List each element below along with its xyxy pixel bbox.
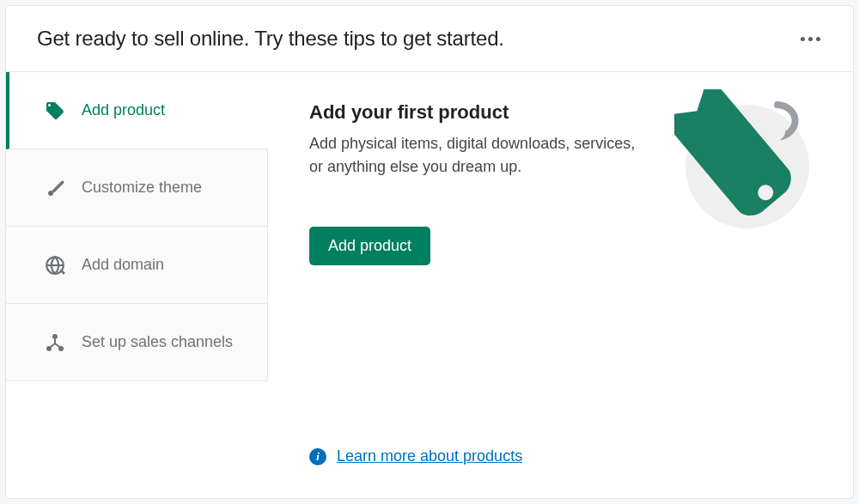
sidebar-item-add-product[interactable]: Add product <box>6 72 268 149</box>
svg-point-1 <box>52 334 58 339</box>
sidebar-item-label: Add product <box>82 100 165 120</box>
onboarding-card: Get ready to sell online. Try these tips… <box>5 5 854 499</box>
card-body: Add product Customize theme <box>6 72 853 491</box>
sidebar-item-customize-theme[interactable]: Customize theme <box>6 149 268 227</box>
more-menu-button[interactable] <box>794 30 827 48</box>
add-product-button[interactable]: Add product <box>309 227 430 265</box>
info-icon <box>309 448 326 465</box>
step-content: Add your first product Add physical item… <box>268 72 853 491</box>
card-header: Get ready to sell online. Try these tips… <box>6 6 853 72</box>
dots-icon <box>808 37 813 41</box>
channels-icon <box>44 331 66 354</box>
dots-icon <box>801 37 805 41</box>
content-description: Add physical items, digital downloads, s… <box>309 132 636 179</box>
sidebar-item-label: Add domain <box>82 255 164 275</box>
sidebar-item-label: Customize theme <box>82 178 202 197</box>
tag-icon <box>44 100 66 122</box>
card-title: Get ready to sell online. Try these tips… <box>37 27 504 51</box>
learn-more-row: Learn more about products <box>309 447 522 465</box>
steps-sidebar: Add product Customize theme <box>6 72 268 491</box>
learn-more-link[interactable]: Learn more about products <box>337 447 522 465</box>
sidebar-item-add-domain[interactable]: Add domain <box>6 227 268 304</box>
svg-point-6 <box>770 124 785 140</box>
dots-icon <box>816 37 820 41</box>
globe-icon <box>44 254 66 276</box>
brush-icon <box>44 177 66 199</box>
sidebar-item-label: Set up sales channels <box>82 332 233 352</box>
sidebar-item-sales-channels[interactable]: Set up sales channels <box>6 304 268 381</box>
product-tag-illustration <box>674 89 820 235</box>
